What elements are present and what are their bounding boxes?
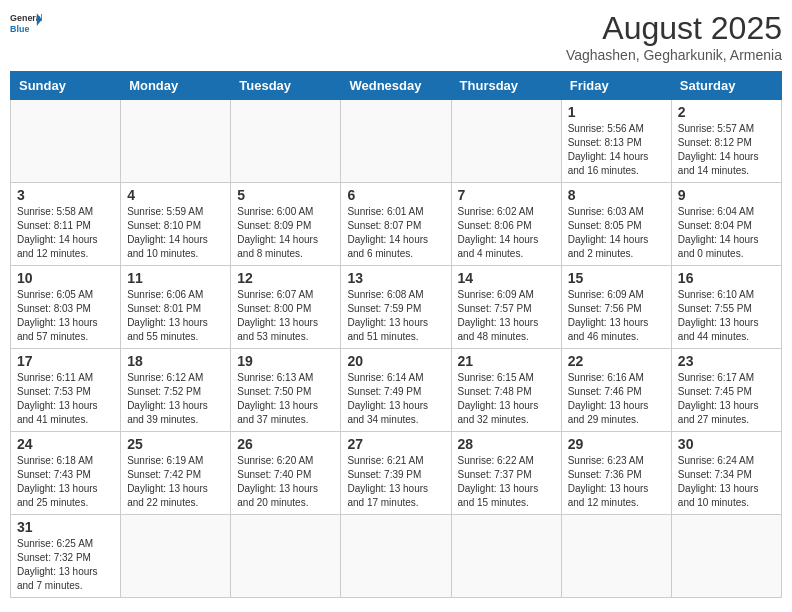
calendar-header-tuesday: Tuesday bbox=[231, 72, 341, 100]
day-number: 13 bbox=[347, 270, 444, 286]
day-info: Sunrise: 6:23 AM Sunset: 7:36 PM Dayligh… bbox=[568, 454, 665, 510]
day-number: 8 bbox=[568, 187, 665, 203]
calendar-day-cell: 13Sunrise: 6:08 AM Sunset: 7:59 PM Dayli… bbox=[341, 266, 451, 349]
calendar-week-row: 1Sunrise: 5:56 AM Sunset: 8:13 PM Daylig… bbox=[11, 100, 782, 183]
day-info: Sunrise: 6:05 AM Sunset: 8:03 PM Dayligh… bbox=[17, 288, 114, 344]
day-number: 12 bbox=[237, 270, 334, 286]
calendar-week-row: 10Sunrise: 6:05 AM Sunset: 8:03 PM Dayli… bbox=[11, 266, 782, 349]
day-number: 14 bbox=[458, 270, 555, 286]
day-info: Sunrise: 6:09 AM Sunset: 7:57 PM Dayligh… bbox=[458, 288, 555, 344]
day-number: 24 bbox=[17, 436, 114, 452]
day-info: Sunrise: 6:17 AM Sunset: 7:45 PM Dayligh… bbox=[678, 371, 775, 427]
calendar-day-cell: 1Sunrise: 5:56 AM Sunset: 8:13 PM Daylig… bbox=[561, 100, 671, 183]
day-number: 9 bbox=[678, 187, 775, 203]
calendar-day-cell: 10Sunrise: 6:05 AM Sunset: 8:03 PM Dayli… bbox=[11, 266, 121, 349]
calendar-week-row: 31Sunrise: 6:25 AM Sunset: 7:32 PM Dayli… bbox=[11, 515, 782, 598]
day-number: 30 bbox=[678, 436, 775, 452]
calendar-day-cell: 7Sunrise: 6:02 AM Sunset: 8:06 PM Daylig… bbox=[451, 183, 561, 266]
day-info: Sunrise: 6:08 AM Sunset: 7:59 PM Dayligh… bbox=[347, 288, 444, 344]
day-number: 5 bbox=[237, 187, 334, 203]
calendar-day-cell bbox=[11, 100, 121, 183]
logo-icon: General Blue bbox=[10, 10, 42, 38]
calendar-week-row: 24Sunrise: 6:18 AM Sunset: 7:43 PM Dayli… bbox=[11, 432, 782, 515]
day-number: 16 bbox=[678, 270, 775, 286]
day-info: Sunrise: 6:10 AM Sunset: 7:55 PM Dayligh… bbox=[678, 288, 775, 344]
day-info: Sunrise: 5:57 AM Sunset: 8:12 PM Dayligh… bbox=[678, 122, 775, 178]
day-info: Sunrise: 6:00 AM Sunset: 8:09 PM Dayligh… bbox=[237, 205, 334, 261]
day-number: 4 bbox=[127, 187, 224, 203]
calendar-day-cell: 2Sunrise: 5:57 AM Sunset: 8:12 PM Daylig… bbox=[671, 100, 781, 183]
day-number: 28 bbox=[458, 436, 555, 452]
calendar-header-sunday: Sunday bbox=[11, 72, 121, 100]
day-number: 6 bbox=[347, 187, 444, 203]
calendar-header-saturday: Saturday bbox=[671, 72, 781, 100]
day-info: Sunrise: 6:13 AM Sunset: 7:50 PM Dayligh… bbox=[237, 371, 334, 427]
day-info: Sunrise: 6:14 AM Sunset: 7:49 PM Dayligh… bbox=[347, 371, 444, 427]
day-number: 10 bbox=[17, 270, 114, 286]
page-header: General Blue August 2025 Vaghashen, Gegh… bbox=[10, 10, 782, 63]
day-info: Sunrise: 6:04 AM Sunset: 8:04 PM Dayligh… bbox=[678, 205, 775, 261]
calendar-day-cell: 9Sunrise: 6:04 AM Sunset: 8:04 PM Daylig… bbox=[671, 183, 781, 266]
day-number: 15 bbox=[568, 270, 665, 286]
day-number: 18 bbox=[127, 353, 224, 369]
day-number: 23 bbox=[678, 353, 775, 369]
day-info: Sunrise: 5:59 AM Sunset: 8:10 PM Dayligh… bbox=[127, 205, 224, 261]
calendar-day-cell: 4Sunrise: 5:59 AM Sunset: 8:10 PM Daylig… bbox=[121, 183, 231, 266]
calendar-day-cell: 18Sunrise: 6:12 AM Sunset: 7:52 PM Dayli… bbox=[121, 349, 231, 432]
day-number: 26 bbox=[237, 436, 334, 452]
day-number: 19 bbox=[237, 353, 334, 369]
calendar-day-cell: 11Sunrise: 6:06 AM Sunset: 8:01 PM Dayli… bbox=[121, 266, 231, 349]
calendar-week-row: 3Sunrise: 5:58 AM Sunset: 8:11 PM Daylig… bbox=[11, 183, 782, 266]
svg-text:Blue: Blue bbox=[10, 24, 29, 34]
calendar-day-cell: 28Sunrise: 6:22 AM Sunset: 7:37 PM Dayli… bbox=[451, 432, 561, 515]
calendar-day-cell: 12Sunrise: 6:07 AM Sunset: 8:00 PM Dayli… bbox=[231, 266, 341, 349]
day-number: 20 bbox=[347, 353, 444, 369]
day-info: Sunrise: 6:01 AM Sunset: 8:07 PM Dayligh… bbox=[347, 205, 444, 261]
day-number: 25 bbox=[127, 436, 224, 452]
calendar-header-row: SundayMondayTuesdayWednesdayThursdayFrid… bbox=[11, 72, 782, 100]
day-number: 29 bbox=[568, 436, 665, 452]
calendar-day-cell: 21Sunrise: 6:15 AM Sunset: 7:48 PM Dayli… bbox=[451, 349, 561, 432]
calendar-day-cell: 20Sunrise: 6:14 AM Sunset: 7:49 PM Dayli… bbox=[341, 349, 451, 432]
calendar-day-cell bbox=[121, 515, 231, 598]
day-info: Sunrise: 6:25 AM Sunset: 7:32 PM Dayligh… bbox=[17, 537, 114, 593]
calendar-day-cell: 14Sunrise: 6:09 AM Sunset: 7:57 PM Dayli… bbox=[451, 266, 561, 349]
calendar-day-cell bbox=[671, 515, 781, 598]
calendar-header-friday: Friday bbox=[561, 72, 671, 100]
day-info: Sunrise: 5:58 AM Sunset: 8:11 PM Dayligh… bbox=[17, 205, 114, 261]
calendar-day-cell bbox=[121, 100, 231, 183]
calendar-day-cell: 29Sunrise: 6:23 AM Sunset: 7:36 PM Dayli… bbox=[561, 432, 671, 515]
day-info: Sunrise: 6:06 AM Sunset: 8:01 PM Dayligh… bbox=[127, 288, 224, 344]
calendar-day-cell bbox=[341, 515, 451, 598]
calendar-day-cell: 25Sunrise: 6:19 AM Sunset: 7:42 PM Dayli… bbox=[121, 432, 231, 515]
calendar-header-thursday: Thursday bbox=[451, 72, 561, 100]
day-number: 11 bbox=[127, 270, 224, 286]
day-info: Sunrise: 6:21 AM Sunset: 7:39 PM Dayligh… bbox=[347, 454, 444, 510]
calendar-header-wednesday: Wednesday bbox=[341, 72, 451, 100]
calendar-day-cell: 26Sunrise: 6:20 AM Sunset: 7:40 PM Dayli… bbox=[231, 432, 341, 515]
calendar-day-cell: 17Sunrise: 6:11 AM Sunset: 7:53 PM Dayli… bbox=[11, 349, 121, 432]
day-info: Sunrise: 6:09 AM Sunset: 7:56 PM Dayligh… bbox=[568, 288, 665, 344]
day-number: 27 bbox=[347, 436, 444, 452]
calendar-day-cell bbox=[341, 100, 451, 183]
calendar-day-cell: 19Sunrise: 6:13 AM Sunset: 7:50 PM Dayli… bbox=[231, 349, 341, 432]
day-info: Sunrise: 6:02 AM Sunset: 8:06 PM Dayligh… bbox=[458, 205, 555, 261]
location: Vaghashen, Gegharkunik, Armenia bbox=[566, 47, 782, 63]
calendar-day-cell: 8Sunrise: 6:03 AM Sunset: 8:05 PM Daylig… bbox=[561, 183, 671, 266]
calendar-day-cell: 16Sunrise: 6:10 AM Sunset: 7:55 PM Dayli… bbox=[671, 266, 781, 349]
calendar-day-cell: 22Sunrise: 6:16 AM Sunset: 7:46 PM Dayli… bbox=[561, 349, 671, 432]
calendar-day-cell: 5Sunrise: 6:00 AM Sunset: 8:09 PM Daylig… bbox=[231, 183, 341, 266]
month-title: August 2025 bbox=[566, 10, 782, 47]
calendar-header-monday: Monday bbox=[121, 72, 231, 100]
day-number: 17 bbox=[17, 353, 114, 369]
day-info: Sunrise: 6:22 AM Sunset: 7:37 PM Dayligh… bbox=[458, 454, 555, 510]
calendar-day-cell: 24Sunrise: 6:18 AM Sunset: 7:43 PM Dayli… bbox=[11, 432, 121, 515]
day-info: Sunrise: 6:19 AM Sunset: 7:42 PM Dayligh… bbox=[127, 454, 224, 510]
day-info: Sunrise: 6:20 AM Sunset: 7:40 PM Dayligh… bbox=[237, 454, 334, 510]
day-info: Sunrise: 6:15 AM Sunset: 7:48 PM Dayligh… bbox=[458, 371, 555, 427]
day-info: Sunrise: 6:11 AM Sunset: 7:53 PM Dayligh… bbox=[17, 371, 114, 427]
day-number: 1 bbox=[568, 104, 665, 120]
calendar-day-cell bbox=[451, 515, 561, 598]
calendar-day-cell bbox=[231, 100, 341, 183]
calendar-day-cell bbox=[451, 100, 561, 183]
